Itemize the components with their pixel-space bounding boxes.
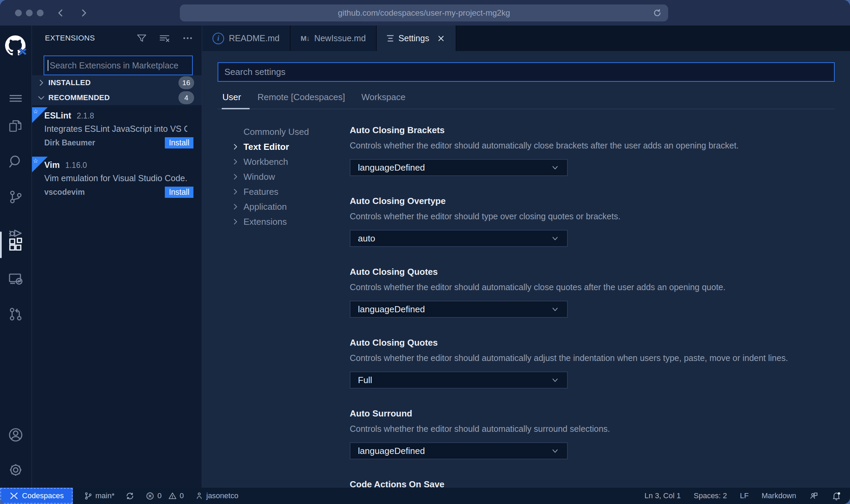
branch-status[interactable]: main* bbox=[84, 491, 114, 500]
url-bar[interactable]: github.com/codespaces/user-my-project-mg… bbox=[180, 4, 668, 21]
remote-explorer-icon[interactable] bbox=[5, 268, 27, 290]
extension-author: Dirk Baeumer bbox=[44, 138, 165, 147]
settings-gear-icon[interactable] bbox=[5, 459, 27, 481]
chevron-right-icon bbox=[37, 78, 48, 87]
setting-select[interactable]: languageDefined bbox=[350, 159, 568, 176]
close-window-button[interactable] bbox=[15, 10, 22, 16]
github-octocat-logo-icon[interactable] bbox=[5, 35, 27, 57]
sync-icon bbox=[125, 491, 135, 501]
chevron-down-icon bbox=[551, 446, 560, 455]
setting-description: Controls whether the editor should autom… bbox=[350, 423, 835, 434]
toc-item-workbench[interactable]: Workbench bbox=[218, 154, 350, 169]
setting-select[interactable]: Full bbox=[350, 372, 568, 389]
search-icon[interactable] bbox=[5, 151, 27, 173]
toc-item-extensions[interactable]: Extensions bbox=[218, 214, 350, 229]
count-badge: 4 bbox=[178, 91, 194, 104]
chevron-right-icon bbox=[231, 158, 243, 166]
install-button[interactable]: Install bbox=[165, 137, 193, 148]
sidebar-header: EXTENSIONS bbox=[32, 26, 202, 51]
maximize-window-button[interactable] bbox=[37, 10, 44, 16]
extension-list-item[interactable]: ☆ ESLint 2.1.8 Integrates ESLint JavaScr… bbox=[32, 105, 202, 155]
tab-label: Settings bbox=[398, 33, 429, 43]
active-scope-underline bbox=[222, 108, 250, 109]
toc-item-text-editor[interactable]: Text Editor bbox=[218, 139, 350, 154]
sync-button[interactable] bbox=[125, 491, 135, 501]
scope-tab-remote[interactable]: Remote [Codespaces] bbox=[257, 92, 345, 109]
tab-label: NewIssue.md bbox=[314, 33, 366, 43]
more-actions-icon[interactable] bbox=[182, 32, 193, 44]
settings-toc: Commonly Used Text Editor Workbench bbox=[218, 124, 350, 488]
codespaces-remote-button[interactable]: Codespaces bbox=[0, 488, 73, 504]
reload-icon[interactable] bbox=[652, 8, 662, 18]
scope-tab-user[interactable]: User bbox=[222, 92, 241, 109]
language-mode[interactable]: Markdown bbox=[762, 491, 796, 500]
remote-indicator-icon bbox=[9, 491, 19, 501]
chevron-right-icon bbox=[231, 173, 243, 181]
minimize-window-button[interactable] bbox=[26, 10, 33, 16]
section-installed[interactable]: INSTALLED 16 bbox=[32, 75, 202, 90]
source-control-icon[interactable] bbox=[5, 186, 27, 208]
feedback-icon[interactable] bbox=[809, 491, 819, 501]
setting-title: Auto Closing Overtype bbox=[350, 195, 835, 207]
toc-item-commonly-used[interactable]: Commonly Used bbox=[218, 124, 350, 139]
setting-select[interactable]: languageDefined bbox=[350, 301, 568, 318]
extension-list-item[interactable]: ☆ Vim 1.16.0 Vim emulation for Visual St… bbox=[32, 155, 202, 204]
bell-icon[interactable] bbox=[832, 491, 841, 501]
back-icon[interactable] bbox=[56, 8, 66, 18]
error-icon bbox=[145, 491, 155, 501]
status-bar: Codespaces main* 0 0 jasonetco Ln 3, Col… bbox=[0, 488, 850, 504]
setting-code-actions-on-save: Code Actions On Save bbox=[350, 478, 835, 488]
tab-settings[interactable]: Settings bbox=[377, 26, 456, 51]
tab-newissue[interactable]: M↓ NewIssue.md bbox=[290, 26, 377, 51]
close-icon[interactable] bbox=[437, 34, 445, 43]
toc-item-window[interactable]: Window bbox=[218, 169, 350, 184]
setting-title: Auto Closing Quotes bbox=[350, 337, 835, 348]
setting-description: Controls whether the editor should autom… bbox=[350, 352, 835, 363]
codespaces-label: Codespaces bbox=[22, 491, 64, 500]
tab-readme[interactable]: i README.md bbox=[202, 26, 290, 51]
extension-author: vscodevim bbox=[44, 188, 165, 197]
chevron-down-icon bbox=[551, 305, 560, 314]
cursor-position[interactable]: Ln 3, Col 1 bbox=[645, 491, 681, 500]
settings-search-input[interactable] bbox=[218, 67, 834, 77]
forward-icon[interactable] bbox=[78, 8, 89, 18]
setting-select[interactable]: languageDefined bbox=[350, 442, 568, 459]
toc-item-application[interactable]: Application bbox=[218, 199, 350, 214]
setting-auto-surround: Auto Surround Controls whether the edito… bbox=[350, 408, 835, 459]
eol-sequence[interactable]: LF bbox=[740, 491, 749, 500]
sidebar-title: EXTENSIONS bbox=[45, 34, 136, 43]
user-status[interactable]: jasonetco bbox=[195, 491, 238, 500]
explorer-files-icon[interactable] bbox=[5, 115, 27, 137]
scope-tab-workspace[interactable]: Workspace bbox=[361, 92, 406, 109]
pull-request-icon[interactable] bbox=[5, 303, 27, 325]
editor-area: i README.md M↓ NewIssue.md Settings bbox=[202, 26, 850, 488]
install-button[interactable]: Install bbox=[165, 187, 193, 198]
setting-title: Auto Surround bbox=[350, 408, 835, 419]
account-icon[interactable] bbox=[5, 424, 27, 446]
extension-version: 1.16.0 bbox=[65, 161, 87, 170]
problems-status[interactable]: 0 0 bbox=[145, 491, 184, 501]
filter-funnel-icon[interactable] bbox=[136, 33, 147, 44]
indentation[interactable]: Spaces: 2 bbox=[694, 491, 727, 500]
section-recommended[interactable]: RECOMMENDED 4 bbox=[32, 90, 202, 105]
chevron-right-icon bbox=[231, 188, 243, 196]
tab-label: README.md bbox=[229, 33, 280, 43]
settings-search-box[interactable] bbox=[218, 62, 835, 82]
menu-icon[interactable] bbox=[5, 87, 27, 109]
extensions-search-input[interactable] bbox=[44, 61, 192, 70]
settings-list: Auto Closing Brackets Controls whether t… bbox=[350, 124, 835, 488]
clear-search-icon[interactable] bbox=[159, 32, 170, 44]
settings-editor: User Remote [Codespaces] Workspace Commo… bbox=[202, 51, 850, 488]
vscode-logo-icon bbox=[17, 47, 28, 57]
setting-select[interactable]: auto bbox=[350, 230, 568, 247]
extensions-icon[interactable] bbox=[5, 234, 27, 255]
extension-description: Integrates ESLint JavaScript into VS C..… bbox=[44, 124, 187, 134]
setting-title: Code Actions On Save bbox=[350, 478, 835, 488]
info-circle-icon: i bbox=[212, 33, 224, 44]
window-controls bbox=[15, 10, 44, 16]
setting-description: Controls whether the editor should autom… bbox=[350, 140, 835, 151]
setting-title: Auto Closing Brackets bbox=[350, 124, 835, 136]
extensions-search-box[interactable] bbox=[44, 56, 193, 75]
toc-item-features[interactable]: Features bbox=[218, 184, 350, 199]
extension-description: Vim emulation for Visual Studio Code... bbox=[44, 173, 187, 183]
